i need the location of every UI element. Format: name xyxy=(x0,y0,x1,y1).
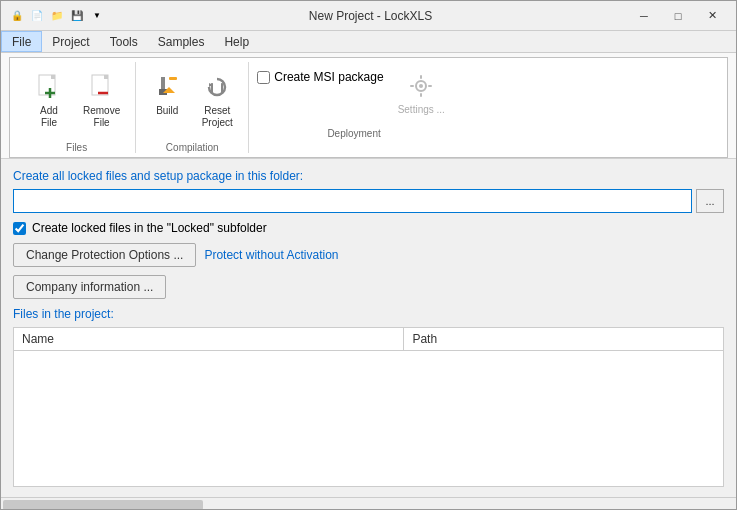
deployment-top: Create MSI package Sett xyxy=(257,62,451,124)
company-info-button[interactable]: Company information ... xyxy=(13,275,166,299)
add-file-label: AddFile xyxy=(40,105,58,129)
ribbon-content: AddFile RemoveFile Files xyxy=(9,57,728,158)
new-icon[interactable]: 📄 xyxy=(29,8,45,24)
save-dropdown-icon[interactable]: ▼ xyxy=(89,8,105,24)
reset-icon xyxy=(201,71,233,103)
company-info-row: Company information ... xyxy=(13,275,724,299)
files-table: Name Path xyxy=(14,328,723,351)
open-icon[interactable]: 📁 xyxy=(49,8,65,24)
svg-rect-13 xyxy=(221,83,223,93)
folder-row: ... xyxy=(13,189,724,213)
app-icon: 🔒 xyxy=(9,8,25,24)
reset-project-label: ResetProject xyxy=(202,105,233,129)
svg-rect-19 xyxy=(428,85,432,87)
ribbon: AddFile RemoveFile Files xyxy=(1,53,736,159)
menu-bar: File Project Tools Samples Help xyxy=(1,31,736,53)
folder-label-link: in this folder: xyxy=(235,169,303,183)
scrollbar-thumb[interactable] xyxy=(3,500,203,510)
remove-file-button[interactable]: RemoveFile xyxy=(76,66,127,134)
create-msi-checkbox[interactable] xyxy=(257,71,270,84)
build-button[interactable]: Build xyxy=(144,66,190,122)
minimize-button[interactable]: ─ xyxy=(628,5,660,27)
horizontal-scrollbar[interactable] xyxy=(1,497,736,510)
ribbon-group-compilation: Build ResetProject Compilation xyxy=(136,62,249,153)
remove-file-label: RemoveFile xyxy=(83,105,120,129)
svg-rect-1 xyxy=(51,75,55,79)
settings-label: Settings ... xyxy=(398,104,445,116)
menu-project[interactable]: Project xyxy=(42,31,99,52)
compilation-buttons: Build ResetProject xyxy=(144,62,240,138)
table-header-path: Path xyxy=(404,328,723,351)
add-file-button[interactable]: AddFile xyxy=(26,66,72,134)
settings-button[interactable]: Settings ... xyxy=(392,66,451,120)
svg-rect-18 xyxy=(410,85,414,87)
reset-project-button[interactable]: ResetProject xyxy=(194,66,240,134)
settings-icon xyxy=(405,70,437,102)
svg-rect-5 xyxy=(104,75,108,79)
deployment-group-label: Deployment xyxy=(327,124,380,139)
table-header-name: Name xyxy=(14,328,404,351)
locked-subfolder-row: Create locked files in the "Locked" subf… xyxy=(13,221,724,235)
compilation-group-label: Compilation xyxy=(166,138,219,153)
svg-rect-17 xyxy=(420,93,422,97)
protect-without-link[interactable]: Protect without Activation xyxy=(204,248,338,262)
folder-description: Create all locked files and setup packag… xyxy=(13,169,724,183)
files-group-label: Files xyxy=(66,138,87,153)
browse-button[interactable]: ... xyxy=(696,189,724,213)
svg-point-15 xyxy=(419,84,423,88)
title-text: New Project - LockXLS xyxy=(113,9,628,23)
remove-file-icon xyxy=(86,71,118,103)
menu-file[interactable]: File xyxy=(1,31,42,52)
ribbon-group-files: AddFile RemoveFile Files xyxy=(18,62,136,153)
window-controls: ─ □ ✕ xyxy=(628,5,728,27)
locked-subfolder-label: Create locked files in the "Locked" subf… xyxy=(32,221,267,235)
close-button[interactable]: ✕ xyxy=(696,5,728,27)
title-bar-icons: 🔒 📄 📁 💾 ▼ xyxy=(9,8,105,24)
files-label: Files in the project: xyxy=(13,307,724,321)
files-buttons: AddFile RemoveFile xyxy=(26,62,127,138)
svg-rect-12 xyxy=(211,83,213,93)
title-bar: 🔒 📄 📁 💾 ▼ New Project - LockXLS ─ □ ✕ xyxy=(1,1,736,31)
create-msi-label: Create MSI package xyxy=(274,70,383,84)
build-label: Build xyxy=(156,105,178,117)
ribbon-group-deployment: Create MSI package Sett xyxy=(249,62,459,139)
change-protection-button[interactable]: Change Protection Options ... xyxy=(13,243,196,267)
files-table-container: Name Path xyxy=(13,327,724,487)
save-icon[interactable]: 💾 xyxy=(69,8,85,24)
main-content: Create all locked files and setup packag… xyxy=(1,159,736,497)
menu-samples[interactable]: Samples xyxy=(148,31,215,52)
create-msi-checkbox-row[interactable]: Create MSI package xyxy=(257,70,383,84)
menu-tools[interactable]: Tools xyxy=(100,31,148,52)
folder-input[interactable] xyxy=(13,189,692,213)
svg-rect-16 xyxy=(420,75,422,79)
menu-help[interactable]: Help xyxy=(214,31,259,52)
action-buttons-row: Change Protection Options ... Protect wi… xyxy=(13,243,724,267)
build-icon xyxy=(151,71,183,103)
maximize-button[interactable]: □ xyxy=(662,5,694,27)
locked-subfolder-checkbox[interactable] xyxy=(13,222,26,235)
add-file-icon xyxy=(33,71,65,103)
svg-rect-10 xyxy=(169,77,177,80)
